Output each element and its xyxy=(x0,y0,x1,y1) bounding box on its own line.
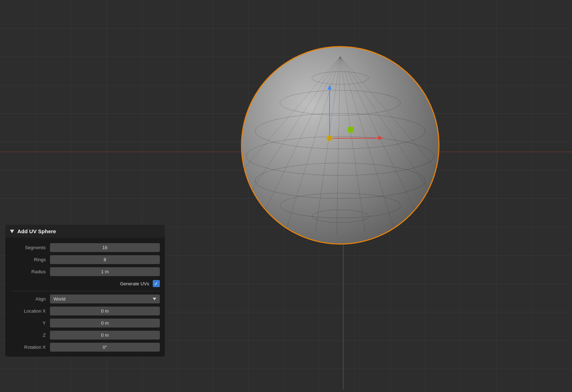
svg-line-7 xyxy=(337,57,340,234)
radius-row: Radius 1 m xyxy=(5,265,165,278)
radius-input[interactable]: 1 m xyxy=(50,267,160,276)
location-z-label: Z xyxy=(10,332,46,338)
radius-label: Radius xyxy=(10,269,46,274)
sphere-wireframe xyxy=(241,46,439,245)
collapse-icon xyxy=(10,230,14,233)
generate-uvs-row: Generate UVs ✓ xyxy=(5,278,165,290)
svg-line-8 xyxy=(340,57,365,232)
align-dropdown[interactable]: World xyxy=(50,295,160,303)
uv-sphere xyxy=(230,35,450,255)
svg-line-16 xyxy=(246,57,340,198)
generate-uvs-label: Generate UVs xyxy=(120,281,149,286)
rotation-x-label: Rotation X xyxy=(10,345,46,350)
svg-line-9 xyxy=(340,57,393,227)
z-axis-arrow xyxy=(329,89,330,135)
x-axis-arrow xyxy=(333,138,379,139)
svg-line-17 xyxy=(243,57,340,170)
location-z-row: Z 0 m xyxy=(5,329,165,341)
rotation-x-row: Rotation X 0° xyxy=(5,341,165,353)
svg-line-14 xyxy=(287,57,340,227)
svg-point-5 xyxy=(280,193,400,218)
checkbox-check-icon: ✓ xyxy=(154,281,158,286)
gizmo-center xyxy=(326,135,333,141)
align-value: World xyxy=(54,296,66,302)
svg-line-12 xyxy=(340,57,438,170)
location-y-label: Y xyxy=(10,320,46,326)
location-y-input[interactable]: 0 m xyxy=(50,319,160,327)
panel-body: Segments 16 Rings 8 Radius 1 m Generate … xyxy=(5,238,165,357)
align-label: Align xyxy=(10,296,46,302)
rings-row: Rings 8 xyxy=(5,253,165,265)
svg-line-11 xyxy=(340,57,434,198)
rings-label: Rings xyxy=(10,257,46,262)
add-uv-sphere-panel: Add UV Sphere Segments 16 Rings 8 Radius… xyxy=(5,225,165,357)
y-axis-indicator xyxy=(348,127,354,133)
svg-point-1 xyxy=(280,90,400,115)
divider-1 xyxy=(10,291,160,291)
location-z-input[interactable]: 0 m xyxy=(50,331,160,340)
svg-point-0 xyxy=(312,72,369,84)
location-y-row: Y 0 m xyxy=(5,317,165,329)
segments-row: Segments 16 xyxy=(5,241,165,253)
panel-title: Add UV Sphere xyxy=(17,228,56,234)
dropdown-arrow-icon xyxy=(153,298,156,300)
rotation-x-input[interactable]: 0° xyxy=(50,343,160,352)
location-x-row: Location X 0 m xyxy=(5,305,165,317)
svg-point-6 xyxy=(312,210,369,223)
rings-input[interactable]: 8 xyxy=(50,255,160,264)
panel-header[interactable]: Add UV Sphere xyxy=(5,225,165,238)
location-x-input[interactable]: 0 m xyxy=(50,307,160,315)
generate-uvs-checkbox[interactable]: ✓ xyxy=(153,280,160,287)
location-x-label: Location X xyxy=(10,308,46,314)
segments-input[interactable]: 16 xyxy=(50,243,160,252)
align-row: Align World xyxy=(5,293,165,305)
svg-line-13 xyxy=(315,57,340,232)
segments-label: Segments xyxy=(10,245,46,250)
svg-point-2 xyxy=(255,113,425,149)
viewport: Add UV Sphere Segments 16 Rings 8 Radius… xyxy=(0,0,572,392)
